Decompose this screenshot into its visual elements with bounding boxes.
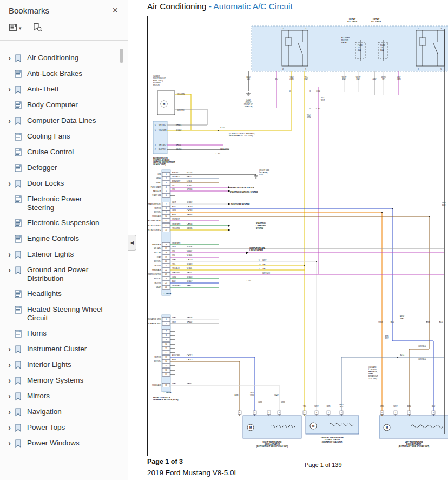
expand-chevron-icon[interactable]: › [5,423,14,432]
svg-text:13: 13 [165,356,167,358]
bookmark-item[interactable]: Cruise Control [0,144,119,160]
bookmark-item[interactable]: Body Computer [0,97,119,113]
svg-text:BLK/VIO: BLK/VIO [172,172,179,174]
bookmark-options-button[interactable]: ▾ [8,22,23,35]
bookmark-item[interactable]: ›Anti-Theft [0,82,119,97]
bookmarks-list: ›Air ConditioningAnti-Lock Brakes›Anti-T… [0,47,119,480]
bookmark-item[interactable]: ›Navigation [0,404,119,420]
bookmark-item[interactable]: Heated Steering Wheel Circuit [0,302,119,326]
bookmark-label: Memory Systems [27,376,83,385]
svg-text:25: 25 [165,282,167,284]
locate-current-bookmark-button[interactable] [31,22,43,35]
svg-text:S210: S210 [220,127,225,129]
svg-text:12: 12 [165,352,167,354]
svg-text:20: 20 [165,260,167,262]
expand-chevron-icon[interactable]: › [5,85,14,94]
svg-text:GRN/WHT: GRN/WHT [172,242,181,244]
bookmark-label: Mirrors [27,392,50,400]
expand-chevron-icon[interactable]: › [5,116,14,126]
svg-text:REAR DEFROST: REAR DEFROST [148,203,161,205]
bookmarks-panel: Bookmarks × ▾ ›Air ConditioningAnti-Lock… [0,0,128,480]
bookmark-item[interactable]: Defogger [0,160,119,176]
svg-text:17: 17 [165,247,167,249]
bookmark-item[interactable]: ›Interior Lights [0,357,119,373]
bookmark-icon [14,54,23,63]
bookmark-label: Horns [27,329,47,338]
bookmark-item[interactable]: Anti-Lock Brakes [0,66,119,82]
expand-chevron-icon[interactable]: › [5,376,14,385]
scrollbar-thumb[interactable] [120,49,123,63]
bookmark-item[interactable]: ›Ground and Power Distribution [0,262,119,286]
bookmark-label: Exterior Lights [27,250,74,259]
page-icon [14,219,23,228]
svg-text:9: 9 [259,259,260,261]
svg-text:BRN: BRN [235,394,239,397]
expand-chevron-icon[interactable]: › [5,392,14,401]
svg-text:BLU: BLU [391,321,394,323]
svg-text:(CLIMATE CONTROL HARNESS,NEAR: (CLIMATE CONTROL HARNESS,NEAR BREAKOUT T… [229,133,255,137]
svg-text:18: 18 [165,384,167,386]
svg-text:CBK34: CBK34 [187,223,193,225]
bookmark-item[interactable]: ›Instrument Cluster [0,341,119,357]
svg-text:VIO: VIO [275,78,278,80]
svg-text:YEL: YEL [262,268,266,270]
svg-text:12: 12 [165,225,167,227]
svg-text:WHT/RED: WHT/RED [342,76,347,81]
svg-text:ORG: ORG [380,405,384,407]
bookmark-item[interactable]: ›Mirrors [0,389,119,404]
bookmark-item[interactable]: Electronic Power Steering [0,192,119,215]
svg-text:WHT: WHT [262,259,267,261]
svg-text:M: M [386,426,388,429]
close-bookmarks-button[interactable]: × [109,5,121,15]
expand-chevron-icon[interactable]: › [5,250,14,259]
expand-chevron-icon[interactable]: › [5,439,14,448]
svg-text:MOTOR+: MOTOR+ [154,278,161,280]
expand-chevron-icon[interactable]: › [5,266,14,275]
svg-text:VH101: VH101 [187,272,192,274]
expand-chevron-icon[interactable]: › [5,54,14,63]
svg-text:VIO/WHT: VIO/WHT [321,97,325,101]
bookmark-item[interactable]: Electronic Suspension [0,215,119,231]
svg-text:15: 15 [165,365,167,367]
bookmark-item[interactable]: ›Exterior Lights [0,247,119,262]
bookmark-item[interactable]: ›Computer Data Lines [0,113,119,129]
svg-text:16: 16 [165,369,167,371]
svg-text:VIO: VIO [172,188,175,190]
bookmark-item[interactable]: Engine Controls [0,231,119,247]
bookmark-icon [14,266,23,275]
bookmarks-scrollbar[interactable] [120,49,123,471]
bookmark-label: Anti-Lock Brakes [27,69,82,78]
bookmark-item[interactable]: Headlights [0,286,119,302]
page-title: Air Conditioning - Automatic A/C Circuit [147,2,293,11]
bookmark-label: Power Tops [27,423,65,432]
svg-text:C263: C263 [316,108,320,110]
bookmark-item[interactable]: Horns [0,326,119,341]
svg-text:STARTING/CHARGING SYSTEM: STARTING/CHARGING SYSTEM [230,191,258,193]
bookmark-item[interactable]: ›Memory Systems [0,373,119,389]
svg-text:FRONT CONTROLSINTERFACE MODULE: FRONT CONTROLSINTERFACE MODULE (FCIM) [153,397,178,401]
bookmark-item[interactable]: Cooling Fans [0,129,119,144]
svg-text:BRN: BRN [172,214,176,216]
bookmark-item[interactable]: ›Power Windows [0,436,119,451]
bookmark-item[interactable]: ›Air Conditioning [0,50,119,66]
expand-chevron-icon[interactable]: › [5,345,14,354]
bookmark-item[interactable]: ›Power Tops [0,420,119,436]
expand-chevron-icon[interactable]: › [5,360,14,370]
page-icon [14,101,23,110]
bookmark-label: Computer Data Lines [27,116,96,125]
svg-text:MS CAN+: MS CAN+ [154,247,161,249]
document-view: Air Conditioning - Automatic A/C Circuit… [129,0,448,480]
bookmark-label: Instrument Cluster [27,345,87,353]
pdf-viewer-window: { "sidebar": { "title": "Bookmarks", "cl… [0,0,448,480]
expand-chevron-icon[interactable]: › [5,407,14,417]
svg-text:SBF12: SBF12 [187,285,192,287]
collapse-panel-handle[interactable]: ◀ [128,235,136,251]
expand-chevron-icon[interactable]: › [5,179,14,188]
svg-text:CH239: CH239 [187,206,192,208]
svg-text:C2402A: C2402A [164,293,172,295]
svg-text:VH441: VH441 [187,383,192,385]
bookmark-icon [14,250,23,259]
svg-text:CH238: CH238 [187,209,192,212]
bookmark-item[interactable]: ›Door Locks [0,176,119,192]
page-icon [14,163,23,173]
